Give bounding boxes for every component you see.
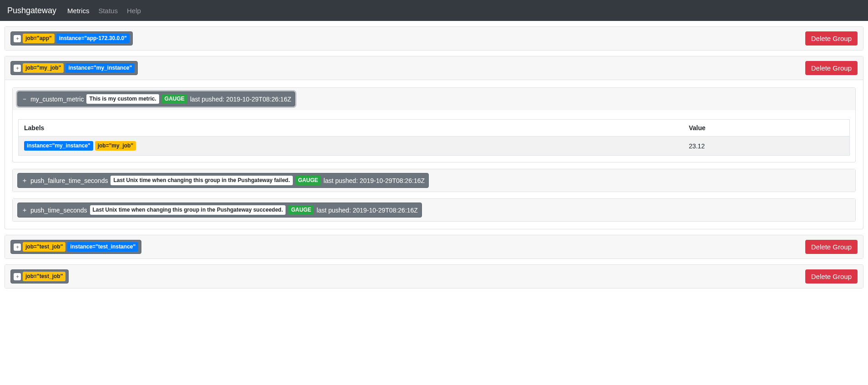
metric-name: push_failure_time_seconds	[30, 177, 108, 184]
collapse-icon: －	[21, 95, 28, 103]
metric-last-pushed: last pushed: 2019-10-29T08:26:16Z	[316, 207, 418, 214]
group-card: ＋ job="my_job" instance="my_instance" De…	[5, 56, 863, 229]
group-body: － my_custom_metric This is my custom met…	[5, 80, 863, 229]
expand-icon: ＋	[21, 177, 28, 185]
metric-toggle[interactable]: ＋ push_failure_time_seconds Last Unix ti…	[17, 173, 429, 188]
metric-name: push_time_seconds	[30, 207, 87, 214]
metric-help: Last Unix time when changing this group …	[90, 205, 286, 215]
table-header-labels: Labels	[19, 120, 683, 137]
metric-header: ＋ push_failure_time_seconds Last Unix ti…	[13, 169, 855, 192]
metric-body: Labels Value instance="my_instance" job=…	[13, 110, 855, 162]
delete-group-button[interactable]: Delete Group	[805, 61, 858, 75]
metric-toggle[interactable]: ＋ push_time_seconds Last Unix time when …	[17, 203, 422, 218]
row-labels-cell: instance="my_instance" job="my_job"	[19, 137, 683, 156]
job-label: job="app"	[23, 34, 55, 43]
navbar: Pushgateway Metrics Status Help	[0, 0, 868, 21]
group-toggle[interactable]: ＋ job="app" instance="app-172.30.0.0"	[10, 31, 133, 46]
group-toggle[interactable]: ＋ job="test_job" instance="test_instance…	[10, 240, 141, 254]
expand-icon: ＋	[14, 65, 21, 72]
delete-group-button[interactable]: Delete Group	[805, 269, 858, 284]
job-label: job="test_job"	[23, 242, 65, 252]
instance-label: instance="my_instance"	[24, 141, 93, 151]
table-header-value: Value	[683, 120, 850, 137]
job-label: job="test_job"	[23, 272, 65, 281]
metric-help: Last Unix time when changing this group …	[110, 176, 292, 185]
metric-card: ＋ push_time_seconds Last Unix time when …	[12, 198, 856, 222]
group-card: ＋ job="test_job" Delete Group	[5, 264, 863, 289]
group-header: ＋ job="test_job" Delete Group	[5, 265, 863, 288]
group-header: ＋ job="my_job" instance="my_instance" De…	[5, 56, 863, 80]
group-toggle[interactable]: ＋ job="my_job" instance="my_instance"	[10, 61, 138, 75]
expand-icon: ＋	[14, 35, 21, 42]
metric-help: This is my custom metric.	[86, 94, 159, 104]
instance-label: instance="test_instance"	[67, 242, 138, 252]
delete-group-button[interactable]: Delete Group	[805, 240, 858, 254]
metric-table: Labels Value instance="my_instance" job=…	[18, 119, 850, 156]
metric-last-pushed: last pushed: 2019-10-29T08:26:16Z	[324, 177, 425, 184]
metric-header: ＋ push_time_seconds Last Unix time when …	[13, 199, 855, 221]
nav-help[interactable]: Help	[127, 7, 141, 15]
metric-last-pushed: last pushed: 2019-10-29T08:26:16Z	[190, 96, 291, 103]
nav-status[interactable]: Status	[98, 7, 118, 15]
metric-type-badge: GAUGE	[296, 176, 321, 185]
expand-icon: ＋	[21, 206, 28, 214]
group-header: ＋ job="test_job" instance="test_instance…	[5, 235, 863, 258]
row-value-cell: 23.12	[683, 137, 850, 156]
metric-toggle[interactable]: － my_custom_metric This is my custom met…	[17, 91, 295, 106]
main-container: ＋ job="app" instance="app-172.30.0.0" De…	[0, 21, 868, 289]
group-toggle[interactable]: ＋ job="test_job"	[10, 269, 69, 284]
metric-type-badge: GAUGE	[162, 94, 187, 104]
metric-type-badge: GAUGE	[288, 205, 314, 215]
expand-icon: ＋	[14, 243, 21, 251]
metric-name: my_custom_metric	[30, 96, 84, 103]
group-card: ＋ job="app" instance="app-172.30.0.0" De…	[5, 26, 863, 51]
group-header: ＋ job="app" instance="app-172.30.0.0" De…	[5, 27, 863, 50]
table-row: instance="my_instance" job="my_job" 23.1…	[19, 137, 850, 156]
instance-label: instance="app-172.30.0.0"	[56, 34, 130, 43]
metric-header: － my_custom_metric This is my custom met…	[13, 88, 855, 110]
job-label: job="my_job"	[95, 141, 136, 151]
group-card: ＋ job="test_job" instance="test_instance…	[5, 235, 863, 259]
delete-group-button[interactable]: Delete Group	[805, 31, 858, 46]
app-brand[interactable]: Pushgateway	[7, 6, 56, 15]
metric-card: － my_custom_metric This is my custom met…	[12, 87, 856, 162]
nav-metrics[interactable]: Metrics	[67, 7, 89, 15]
metric-card: ＋ push_failure_time_seconds Last Unix ti…	[12, 169, 856, 192]
expand-icon: ＋	[14, 273, 21, 280]
instance-label: instance="my_instance"	[65, 63, 135, 73]
job-label: job="my_job"	[23, 63, 64, 73]
